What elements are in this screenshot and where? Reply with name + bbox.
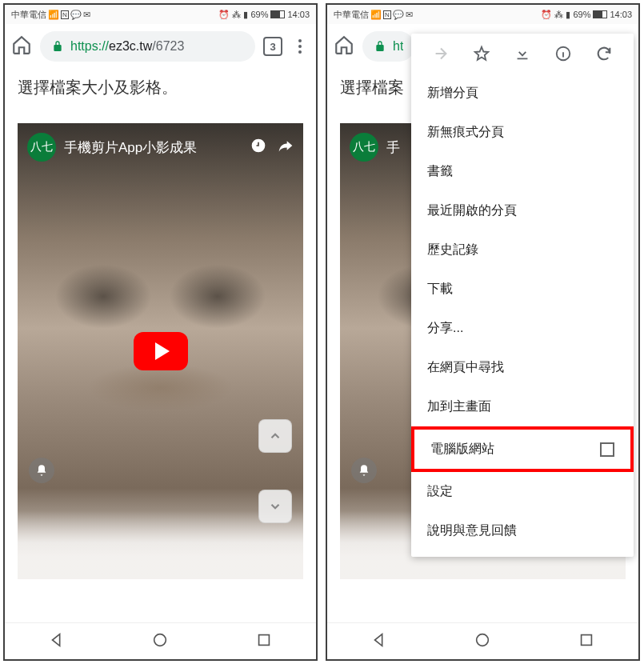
menu-item-9[interactable]: 電腦版網站 [411,426,634,472]
notif-icon: 💬 [70,10,82,20]
menu-item-0[interactable]: 新增分頁 [411,74,634,113]
menu-item-label: 歷史記錄 [427,242,478,258]
svg-rect-1 [259,634,270,645]
scroll-down-button[interactable] [258,490,292,523]
bluetooth-icon: ⁂ [554,10,563,20]
signal-icon: 📶 [48,10,59,20]
bookmark-star-icon[interactable] [473,45,490,66]
menu-item-label: 設定 [427,483,453,500]
signal-icon: 📶 [370,10,382,20]
menu-item-label: 電腦版網站 [430,441,494,458]
time-label: 14:03 [610,10,632,19]
back-button[interactable] [370,631,388,652]
battery-percent: 69% [573,10,590,19]
alarm-icon: ⏰ [541,10,552,20]
page-text: 選擇檔案大小及影格。 [18,75,303,99]
menu-item-5[interactable]: 下載 [411,270,634,309]
home-icon[interactable] [11,34,32,58]
menu-item-8[interactable]: 加到主畫面 [411,387,634,426]
page-content: 選擇檔案大小及影格。 八七 手機剪片App小影成果 [5,69,316,586]
notification-bell-icon[interactable] [351,458,377,483]
home-button[interactable] [474,631,491,652]
menu-item-1[interactable]: 新無痕式分頁 [411,113,634,152]
download-icon[interactable] [514,45,531,66]
menu-item-label: 新無痕式分頁 [427,124,504,141]
menu-item-11[interactable]: 說明與意見回饋 [411,511,634,550]
url-bar[interactable]: ht [362,31,414,62]
url-text: https://ez3c.tw/6723 [70,39,184,54]
alarm-icon: ⏰ [218,10,230,20]
checkbox-icon[interactable] [600,442,614,457]
menu-item-label: 分享... [427,320,463,337]
status-bar: 中華電信 📶 N 💬 ✉ ⏰ ⁂ ▮ 69% 14:03 [5,5,316,24]
back-button[interactable] [48,631,66,652]
recent-button[interactable] [255,631,273,652]
menu-item-label: 新增分頁 [427,85,478,102]
nfc-icon: N [61,10,69,19]
bluetooth-icon: ⁂ [232,10,241,20]
carrier-label: 中華電信 [11,9,46,21]
menu-item-2[interactable]: 書籤 [411,152,634,191]
menu-button[interactable] [290,39,310,54]
info-icon[interactable] [554,45,572,66]
video-embed[interactable]: 八七 手機剪片App小影成果 [18,123,303,579]
home-icon[interactable] [334,34,354,58]
menu-item-4[interactable]: 歷史記錄 [411,230,634,270]
menu-item-label: 下載 [427,281,453,298]
mail-icon: ✉ [406,10,413,20]
play-button[interactable] [134,332,188,370]
svg-point-3 [477,634,489,646]
nfc-icon: N [383,10,391,19]
share-icon[interactable] [278,138,294,157]
battery-icon: ▮ [566,10,570,20]
menu-items-list: 新增分頁新無痕式分頁書籤最近開啟的分頁歷史記錄下載分享...在網頁中尋找加到主畫… [411,74,634,550]
mail-icon: ✉ [83,10,90,20]
menu-item-10[interactable]: 設定 [411,472,634,511]
android-nav-bar [327,622,638,659]
time-label: 14:03 [287,10,310,19]
home-button[interactable] [151,631,169,652]
notification-bell-icon[interactable] [29,458,54,483]
reload-icon[interactable] [595,45,613,66]
battery-bar-icon [593,10,607,18]
battery-bar-icon [270,10,285,18]
carrier-label: 中華電信 [334,9,369,21]
tab-switcher[interactable]: 3 [263,37,282,56]
watch-later-icon[interactable] [250,138,266,157]
menu-item-7[interactable]: 在網頁中尋找 [411,348,634,387]
phone-left: 中華電信 📶 N 💬 ✉ ⏰ ⁂ ▮ 69% 14:03 [3,3,318,661]
lock-icon [51,40,64,53]
battery-percent: 69% [250,10,268,19]
url-text: ht [393,39,403,54]
phone-right: 中華電信 📶 N 💬 ✉ ⏰ ⁂ ▮ 69% 14:03 [326,3,640,661]
battery-icon: ▮ [243,10,248,20]
menu-item-3[interactable]: 最近開啟的分頁 [411,191,634,230]
menu-item-6[interactable]: 分享... [411,309,634,348]
chrome-menu: 新增分頁新無痕式分頁書籤最近開啟的分頁歷史記錄下載分享...在網頁中尋找加到主畫… [411,34,634,557]
menu-item-label: 說明與意見回饋 [427,522,517,539]
url-bar[interactable]: https://ez3c.tw/6723 [40,31,255,62]
android-nav-bar [5,622,316,659]
svg-point-0 [154,634,166,646]
channel-avatar[interactable]: 八七 [350,133,378,162]
browser-toolbar: https://ez3c.tw/6723 3 [5,24,316,69]
recent-button[interactable] [578,631,595,652]
menu-item-label: 加到主畫面 [427,398,491,415]
status-bar: 中華電信 📶 N 💬 ✉ ⏰ ⁂ ▮ 69% 14:03 [327,5,638,24]
scroll-up-button[interactable] [258,419,292,453]
channel-avatar[interactable]: 八七 [27,133,56,162]
forward-icon[interactable] [432,45,450,66]
menu-item-label: 在網頁中尋找 [427,359,504,376]
lock-icon [374,40,386,53]
video-title: 手機剪片App小影成果 [64,138,242,157]
menu-item-label: 最近開啟的分頁 [427,202,517,219]
notif-icon: 💬 [393,10,404,20]
svg-rect-4 [582,634,592,645]
menu-item-label: 書籤 [427,163,453,180]
